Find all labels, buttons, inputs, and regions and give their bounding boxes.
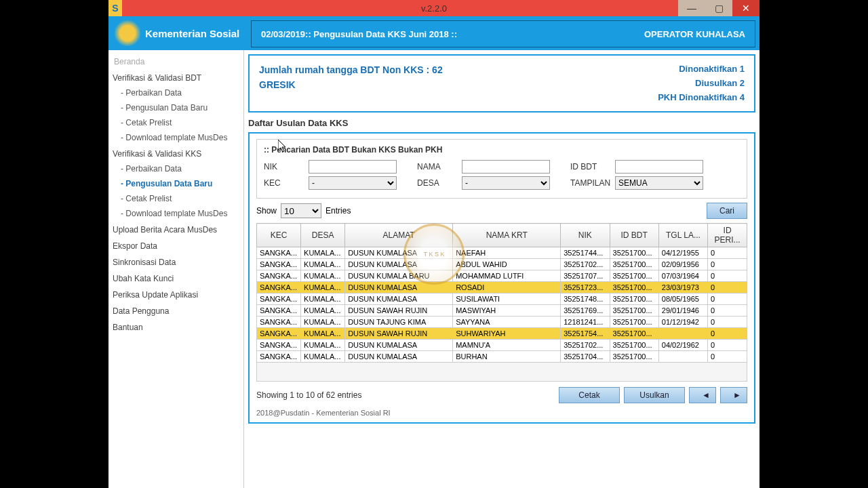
sidebar-item[interactable]: Data Pengguna [111,302,241,319]
show-select[interactable]: 10 [281,203,321,218]
footer-credit: 2018@Pusdatin - Kementerian Sosial RI [256,409,747,417]
sidebar-item[interactable]: - Pengusulan Data Baru [111,100,241,115]
table-cell: 35251748... [561,293,610,305]
table-row[interactable]: SANGKA...KUMALA...DUSUN KUMALASAABDUL WA… [257,259,747,270]
sidebar-item[interactable]: Sinkronisasi Data [111,253,241,270]
sidebar-item[interactable]: Ubah Kata Kunci [111,270,241,286]
table-cell: 0 [708,340,747,351]
table-cell: SANGKA... [257,328,301,340]
table-row[interactable]: SANGKA...KUMALA...DUSUN KUMALASAMAMNU'A3… [257,340,747,351]
sidebar-item[interactable]: Upload Berita Acara MusDes [111,221,241,237]
data-table: KECDESAALAMATNAMA KRTNIKID BDTTGL LA...I… [256,223,747,363]
ministry-logo-icon [114,20,141,47]
table-cell: BURHAN [453,351,561,363]
stat-dinonaktifkan[interactable]: Dinonaktifkan 1 [658,62,745,77]
usulkan-button[interactable]: Usulkan [624,387,685,403]
tampilan-label: TAMPILAN [570,178,611,188]
sidebar-section-bdt[interactable]: Verifikasi & Validasi BDT [111,69,241,85]
sidebar-item[interactable]: - Pengusulan Data Baru [111,176,241,191]
cetak-button[interactable]: Cetak [559,387,620,403]
top-header: 02/03/2019:: Pengusulan Data KKS Juni 20… [251,20,755,47]
column-header[interactable]: DESA [301,224,345,247]
sidebar-item[interactable]: - Cetak Prelist [111,191,241,206]
content-area: Jumlah rumah tangga BDT Non KKS : 62 GRE… [244,50,760,488]
prev-button[interactable]: ◄ [689,387,716,403]
column-header[interactable]: KEC [257,224,301,247]
table-cell: 35251700... [610,259,658,270]
table-cell: DUSUN SAWAH RUJIN [345,328,453,340]
table-cell: 35251700... [610,317,658,328]
pager-bar: Showing 1 to 10 of 62 entries Cetak Usul… [256,387,747,403]
tampilan-select[interactable]: SEMUA [615,176,703,190]
sidebar-item[interactable]: - Download template MusDes [111,206,241,221]
table-cell: SANGKA... [257,317,301,328]
cari-button[interactable]: Cari [707,203,747,219]
maximize-button[interactable]: ▢ [705,0,732,16]
column-header[interactable]: ID PERI... [708,224,747,247]
table-cell: 35251754... [561,328,610,340]
column-header[interactable]: NAMA KRT [453,224,561,247]
stat-diusulkan[interactable]: Diusulkan 2 [658,77,745,91]
table-cell: 04/02/1962 [658,340,707,351]
column-header[interactable]: NIK [561,224,610,247]
table-cell: 0 [708,247,747,259]
minimize-button[interactable]: — [678,0,705,16]
sidebar-item[interactable]: Ekspor Data [111,237,241,253]
table-cell: 35251700... [610,293,658,305]
sidebar-item[interactable]: - Perbaikan Data [111,85,241,100]
table-cell: ABDUL WAHID [453,259,561,270]
table-cell: DUSUN KUMALASA [345,282,453,293]
table-toolbar: Show 10 Entries Cari [256,203,747,219]
table-row[interactable]: SANGKA...KUMALA...DUSUN KUMALASAROSADI35… [257,282,747,293]
pager-info: Showing 1 to 10 of 62 entries [256,390,555,400]
close-button[interactable]: ✕ [732,0,760,16]
breadcrumb: 02/03/2019:: Pengusulan Data KKS Juni 20… [261,29,457,39]
table-row[interactable]: SANGKA...KUMALA...DUSUN KUMALA BARUMOHAM… [257,270,747,282]
sidebar-section-kks[interactable]: Verifikasi & Validasi KKS [111,145,241,161]
table-row[interactable]: SANGKA...KUMALA...DUSUN TAJUNG KIMASAYYA… [257,317,747,328]
table-cell: MASWIYAH [453,305,561,317]
table-row[interactable]: SANGKA...KUMALA...DUSUN SAWAH RUJINMASWI… [257,305,747,317]
idbdt-input[interactable] [615,160,703,174]
table-row[interactable]: SANGKA...KUMALA...DUSUN KUMALASABURHAN35… [257,351,747,363]
sidebar-item[interactable]: - Download template MusDes [111,130,241,145]
sidebar-item[interactable]: - Cetak Prelist [111,115,241,130]
table-cell: 07/03/1964 [658,270,707,282]
desa-label: DESA [417,178,458,188]
table-row[interactable]: SANGKA...KUMALA...DUSUN SAWAH RUJINSUHWA… [257,328,747,340]
sidebar-item[interactable]: - Perbaikan Data [111,161,241,176]
table-cell: MOHAMMAD LUTFI [453,270,561,282]
table-row[interactable]: SANGKA...KUMALA...DUSUN KUMALASASUSILAWA… [257,293,747,305]
table-cell: 35251704... [561,351,610,363]
sidebar-item[interactable]: Bantuan [111,319,241,335]
list-panel: :: Pencarian Data BDT Bukan KKS Bukan PK… [248,132,755,424]
summary-region: GRESIK [259,77,443,92]
table-cell: KUMALA... [301,328,345,340]
table-cell: MAMNU'A [453,340,561,351]
search-title: :: Pencarian Data BDT Bukan KKS Bukan PK… [264,145,740,155]
column-header[interactable]: ALAMAT [345,224,453,247]
table-cell: 35251702... [561,340,610,351]
nama-input[interactable] [462,160,550,174]
table-cell: DUSUN KUMALA BARU [345,270,453,282]
table-cell: KUMALA... [301,259,345,270]
table-cell: KUMALA... [301,247,345,259]
table-cell: 35251700... [610,247,658,259]
nik-label: NIK [264,162,304,171]
nik-input[interactable] [309,160,397,174]
stat-pkh-dinonaktifkan[interactable]: PKH Dinonaktifkan 4 [658,91,745,105]
desa-select[interactable]: - [462,176,550,190]
sidebar-home[interactable]: Beranda [111,54,241,69]
next-button[interactable]: ► [720,387,747,403]
table-cell: 0 [708,259,747,270]
list-title: Daftar Usulan Data KKS [248,118,755,128]
table-row[interactable]: SANGKA...KUMALA...DUSUN KUMALASANAEFAH35… [257,247,747,259]
table-cell: 35251700... [610,305,658,317]
kec-select[interactable]: - [309,176,397,190]
table-cell: 0 [708,293,747,305]
column-header[interactable]: TGL LA... [658,224,707,247]
sidebar-item[interactable]: Periksa Update Aplikasi [111,286,241,302]
idbdt-label: ID BDT [570,162,611,171]
table-cell: KUMALA... [301,282,345,293]
column-header[interactable]: ID BDT [610,224,658,247]
